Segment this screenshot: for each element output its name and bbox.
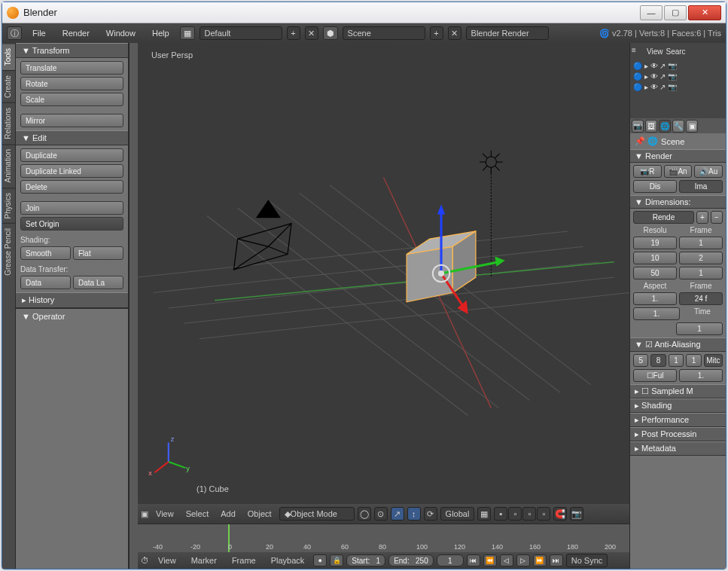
aa-full-sample[interactable]: ☐ Ful — [633, 369, 677, 382]
toolshelf-scrollbar[interactable] — [129, 43, 138, 569]
props-tab-render-icon[interactable]: 📷 — [632, 120, 644, 133]
manipulator-rotate-icon[interactable]: ⟳ — [424, 507, 437, 521]
aa-11-button[interactable]: 1 — [669, 354, 684, 367]
tab-relations[interactable]: Relations — [2, 102, 15, 144]
viewmenu-object[interactable]: Object — [243, 508, 276, 520]
scene-remove-button[interactable]: ✕ — [448, 26, 461, 40]
maximize-button[interactable]: ▢ — [664, 5, 687, 20]
duplicate-linked-button[interactable]: Duplicate Linked — [20, 164, 123, 178]
data-layout-button[interactable]: Data La — [73, 276, 123, 289]
pivot-icon[interactable]: ⊙ — [374, 507, 388, 521]
outliner-row[interactable]: 🔵 ▸ 👁 ↗ 📷 — [633, 72, 723, 82]
menu-file[interactable]: File — [26, 27, 52, 39]
aa-filter-select[interactable]: Mitc — [704, 354, 723, 367]
manipulator-translate-icon[interactable]: ↕ — [407, 507, 421, 521]
sync-select[interactable]: No Sync — [566, 554, 608, 567]
tab-grease-pencil[interactable]: Grease Pencil — [2, 223, 15, 280]
flat-button[interactable]: Flat — [73, 246, 123, 260]
props-tab-scene-icon[interactable]: 🌐 — [659, 120, 671, 133]
aa-16-button[interactable]: 1 — [686, 354, 701, 367]
manipulator-icon[interactable]: ↗ — [391, 507, 404, 521]
outliner-editor-icon[interactable]: ≡ — [632, 46, 644, 56]
frame-end-field[interactable]: 1 — [679, 267, 723, 279]
dimensions-panel-head[interactable]: ▼ Dimensions: — [630, 195, 726, 209]
menu-help[interactable]: Help — [146, 27, 175, 39]
start-frame-field[interactable]: Start: 1 — [346, 554, 385, 566]
translate-button[interactable]: Translate — [20, 61, 123, 75]
tab-animation[interactable]: Animation — [2, 144, 15, 187]
rotate-button[interactable]: Rotate — [20, 77, 123, 90]
close-button[interactable]: ✕ — [688, 5, 721, 20]
play-icon[interactable]: ▷ — [516, 554, 530, 566]
layout-add-button[interactable]: + — [287, 26, 300, 40]
editor-type-icon[interactable]: ▣ — [141, 509, 148, 519]
minimize-button[interactable]: — — [640, 5, 663, 20]
mirror-button[interactable]: Mirror — [20, 114, 123, 127]
tab-create[interactable]: Create — [2, 70, 15, 102]
shading-panel-head[interactable]: ▸ Shading — [630, 398, 726, 413]
outliner-row[interactable]: 🔵 ▸ 👁 ↗ 📷 — [633, 82, 723, 93]
transform-panel-head[interactable]: ▼ Transform — [16, 43, 128, 58]
aspect-y-field[interactable]: 1. — [633, 307, 680, 320]
menu-window[interactable]: Window — [100, 27, 142, 39]
set-origin-button[interactable]: Set Origin — [20, 217, 123, 231]
metadata-panel-head[interactable]: ▸ Metadata — [630, 441, 726, 456]
layers-icon[interactable]: ▦ — [477, 507, 491, 521]
frame-step-field[interactable]: 2 — [679, 252, 723, 264]
snap-icon[interactable]: 🧲 — [553, 507, 567, 521]
viewmenu-select[interactable]: Select — [181, 508, 214, 520]
props-tab-world-icon[interactable]: 🔧 — [672, 120, 684, 133]
outliner-row[interactable]: 🔵 ▸ 👁 ↗ 📷 — [633, 61, 723, 72]
next-key-icon[interactable]: ⏩ — [533, 554, 547, 566]
prev-key-icon[interactable]: ⏪ — [483, 554, 497, 566]
jump-end-icon[interactable]: ⏭ — [550, 554, 563, 566]
performance-panel-head[interactable]: ▸ Performance — [630, 413, 726, 427]
outliner[interactable]: ≡ View Searc 🔵 ▸ 👁 ↗ 📷 🔵 ▸ 👁 ↗ 📷 🔵 ▸ 👁 ↗… — [630, 43, 726, 118]
data-button[interactable]: Data — [20, 276, 71, 289]
timemenu-playback[interactable]: Playback — [265, 554, 311, 566]
preset-remove-icon[interactable]: − — [711, 211, 723, 224]
info-editor-icon[interactable]: ⓘ — [7, 26, 22, 40]
render-panel-head[interactable]: ▼ Render — [630, 149, 726, 163]
postprocessing-panel-head[interactable]: ▸ Post Processin — [630, 427, 726, 441]
menu-render[interactable]: Render — [56, 27, 96, 39]
smooth-button[interactable]: Smooth — [20, 246, 71, 260]
current-frame-field[interactable]: 1 — [437, 554, 464, 566]
history-panel-head[interactable]: ▸ History — [16, 292, 128, 308]
duplicate-button[interactable]: Duplicate — [20, 148, 123, 162]
props-tab-object-icon[interactable]: ▣ — [686, 120, 698, 133]
layer-btn[interactable]: ▪ — [494, 507, 507, 521]
viewmenu-view[interactable]: View — [151, 508, 178, 520]
aa-8-button[interactable]: 8 — [650, 354, 666, 367]
scene-add-button[interactable]: + — [430, 26, 443, 40]
viewport-shading-icon[interactable]: ◯ — [358, 507, 371, 521]
outliner-search[interactable]: Searc — [666, 47, 686, 56]
mode-select[interactable]: ◆ Object Mode — [279, 507, 355, 521]
frame-start-field[interactable]: 1 — [679, 237, 723, 249]
aspect-x-field[interactable]: 1. — [633, 292, 677, 305]
res-y-field[interactable]: 10 — [633, 252, 677, 264]
res-pct-field[interactable]: 50 — [633, 267, 677, 279]
scene-icon[interactable]: ⬢ — [323, 26, 338, 40]
jump-start-icon[interactable]: ⏮ — [467, 554, 480, 566]
scene-datablock[interactable]: 📌 🌐 Scene — [630, 133, 726, 149]
display-select[interactable]: Ima — [679, 180, 723, 193]
render-anim-button[interactable]: 🎬An — [664, 165, 693, 178]
time-remap-field[interactable]: 1 — [676, 322, 723, 335]
play-reverse-icon[interactable]: ◁ — [500, 554, 513, 566]
antialiasing-panel-head[interactable]: ▼ ☑ Anti-Aliasing — [630, 337, 726, 352]
render-engine-select[interactable]: Blender Render — [466, 26, 549, 40]
layer-btn[interactable]: ▫ — [537, 507, 550, 521]
lock-icon[interactable]: 🔒 — [330, 554, 343, 566]
render-audio-button[interactable]: 🔊Au — [694, 165, 723, 178]
delete-button[interactable]: Delete — [20, 180, 123, 194]
preset-select[interactable]: Rende — [633, 211, 694, 224]
timemenu-view[interactable]: View — [152, 554, 182, 566]
timemenu-marker[interactable]: Marker — [185, 554, 223, 566]
tab-tools[interactable]: Tools — [2, 43, 15, 70]
layout-select[interactable]: Default — [200, 26, 282, 40]
render-button[interactable]: 📷R — [633, 165, 662, 178]
tab-physics[interactable]: Physics — [2, 188, 15, 223]
aa-5-button[interactable]: 5 — [633, 354, 648, 367]
layer-btn[interactable]: ▫ — [508, 507, 522, 521]
